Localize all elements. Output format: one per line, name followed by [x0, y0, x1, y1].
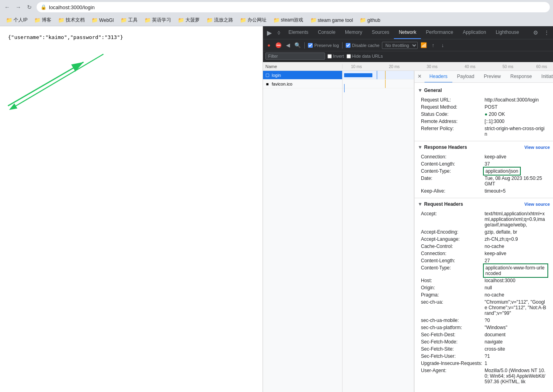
tab-application[interactable]: Application — [458, 26, 491, 39]
waterfall-header-row: Name 10 ms 20 ms 30 ms 40 ms 50 ms 60 ms — [263, 62, 553, 71]
referrer-policy-label: Referrer Policy: — [421, 126, 485, 131]
general-section-header[interactable]: ▼ General — [415, 86, 553, 95]
general-section-content: Request URL: http://localhost:3000/login… — [415, 95, 553, 139]
req-pragma-row: Pragma: no-cache — [421, 291, 547, 298]
close-tab[interactable]: × — [415, 71, 424, 83]
bookmark-技术文档[interactable]: 📁 技术文档 — [55, 16, 88, 25]
forward-button[interactable]: → — [14, 3, 22, 11]
tab-lighthouse[interactable]: Lighthouse — [491, 26, 524, 39]
request-item-favicon[interactable]: ■ favicon.ico — [263, 80, 342, 88]
import-icon[interactable]: ↑ — [430, 42, 437, 49]
inspect-element-button[interactable]: ▶ — [265, 28, 274, 37]
invert-checkbox[interactable]: Invert — [327, 54, 344, 59]
remote-address-label: Remote Address: — [421, 119, 485, 124]
req-content-type-highlighted: application/x-www-form-urlencoded — [485, 265, 547, 276]
response-headers-toggle-icon: ▼ — [418, 144, 423, 150]
bookmark-steam游戏[interactable]: 📁 steam游戏 — [271, 16, 307, 25]
export-icon[interactable]: ↓ — [439, 42, 446, 49]
folder-icon: 📁 — [360, 18, 366, 23]
tab-console[interactable]: Console — [313, 26, 340, 39]
name-column-header: Name — [263, 64, 343, 69]
waterfall-bar-login — [344, 73, 373, 77]
throttling-select[interactable]: No throttling — [382, 42, 418, 49]
page-icon: ▢ — [265, 72, 270, 78]
folder-icon: 📁 — [35, 18, 40, 23]
page-content: {"username":"kaimo","password":"313"} — [0, 26, 263, 392]
response-headers-view-source[interactable]: View source — [524, 145, 550, 150]
bookmark-label: steam game tool — [318, 18, 353, 23]
disable-cache-checkbox[interactable]: Disable cache — [346, 43, 380, 48]
favicon-icon: ■ — [265, 81, 270, 87]
devtools-icons: ⚙ ⋮ — [531, 28, 551, 37]
separator — [304, 42, 305, 49]
device-toolbar-button[interactable]: ◊ — [274, 28, 284, 37]
bookmark-label: 博客 — [42, 17, 51, 23]
req-content-length-row: Content-Length: 27 — [421, 257, 547, 264]
folder-icon: 📁 — [274, 18, 279, 23]
req-sec-ch-ua-mobile-row: sec-ch-ua-mobile: ?0 — [421, 317, 547, 324]
req-content-type-row: Content-Type: application/x-www-form-url… — [421, 264, 547, 277]
detail-content: ▼ General Request URL: http://localhost:… — [415, 83, 553, 392]
resp-connection-row: Connection: keep-alive — [421, 153, 547, 160]
response-headers-section-header[interactable]: ▼ Response Headers View source — [415, 143, 553, 152]
network-toolbar: ● ⛔ ◀ 🔍 Preserve log Disable cache No th… — [263, 39, 553, 51]
timeline-mark-60: 60 ms — [536, 64, 547, 68]
more-options-icon[interactable]: ⋮ — [542, 28, 551, 37]
detail-tab-response[interactable]: Response — [506, 71, 537, 83]
bookmark-个人ip[interactable]: 📁 个人IP — [3, 16, 31, 25]
wifi-icon[interactable]: 📶 — [420, 42, 427, 49]
bookmark-label: 技术文档 — [66, 17, 85, 23]
search-icon[interactable]: 🔍 — [294, 42, 301, 49]
separator2 — [342, 42, 343, 49]
bookmark-英语学习[interactable]: 📁 英语学习 — [142, 16, 174, 25]
resp-content-type-row: Content-Type: application/json — [421, 168, 547, 175]
settings-icon[interactable]: ⚙ — [531, 28, 540, 37]
bookmark-博客[interactable]: 📁 博客 — [31, 16, 55, 25]
tab-memory[interactable]: Memory — [340, 26, 367, 39]
detail-tab-preview[interactable]: Preview — [479, 71, 506, 83]
request-headers-section-header[interactable]: ▼ Request Headers View source — [415, 200, 553, 209]
reload-button[interactable]: ↻ — [25, 3, 33, 11]
address-bar[interactable]: 🔒 localhost:3000/login — [37, 2, 550, 12]
hide-data-urls-checkbox[interactable]: Hide data URLs — [347, 54, 383, 59]
bookmark-webgl[interactable]: 📁 WebGl — [89, 16, 117, 24]
divider1 — [415, 141, 553, 141]
request-name-login: login — [272, 73, 281, 78]
req-connection-row: Connection: keep-alive — [421, 250, 547, 257]
filter-icon[interactable]: ◀ — [284, 42, 292, 49]
bookmark-流放之路[interactable]: 📁 流放之路 — [204, 16, 236, 25]
filter-input[interactable] — [265, 53, 325, 60]
bookmark-工具[interactable]: 📁 工具 — [118, 16, 141, 25]
content-type-highlighted: application/json — [485, 168, 519, 174]
detail-tab-headers[interactable]: Headers — [424, 71, 452, 83]
back-button[interactable]: ← — [3, 3, 11, 11]
record-button[interactable]: ● — [265, 42, 273, 49]
req-sec-fetch-site-row: Sec-Fetch-Site: cross-site — [421, 345, 547, 353]
tab-network[interactable]: Network — [394, 26, 421, 39]
bookmark-办公网址[interactable]: 📁 办公网址 — [237, 16, 270, 25]
network-rows-detail: ▢ login ■ favicon.ico — [263, 71, 553, 392]
tab-elements[interactable]: Elements — [284, 26, 313, 39]
tab-sources[interactable]: Sources — [367, 26, 394, 39]
request-item-login[interactable]: ▢ login — [263, 71, 342, 80]
bookmark-steam-game-tool[interactable]: 📁 steam game tool — [308, 16, 356, 24]
general-title: General — [424, 88, 442, 93]
req-origin-row: Origin: null — [421, 284, 547, 291]
request-headers-view-source[interactable]: View source — [524, 202, 550, 207]
annotation-arrow — [0, 38, 155, 118]
bookmark-大菠萝[interactable]: 📁 大菠萝 — [175, 16, 203, 25]
bookmark-label: WebGl — [99, 18, 113, 23]
stop-recording-button[interactable]: ⛔ — [275, 42, 282, 49]
req-accept-row: Accept: text/html,application/xhtml+xml,… — [421, 210, 547, 228]
timeline-mark-20: 20 ms — [389, 64, 399, 68]
tab-performance[interactable]: Performance — [421, 26, 458, 39]
detail-tab-initiator[interactable]: Initiator — [537, 71, 553, 83]
request-method-value: POST — [485, 104, 547, 110]
lock-icon: 🔒 — [41, 4, 47, 10]
waterfall-bars — [343, 71, 414, 392]
bookmark-github[interactable]: 📁 github — [357, 16, 384, 24]
preserve-log-checkbox[interactable]: Preserve log — [308, 43, 339, 48]
response-headers-title: Response Headers — [424, 144, 467, 150]
waterfall-line-blue — [377, 71, 377, 79]
detail-tab-payload[interactable]: Payload — [452, 71, 479, 83]
